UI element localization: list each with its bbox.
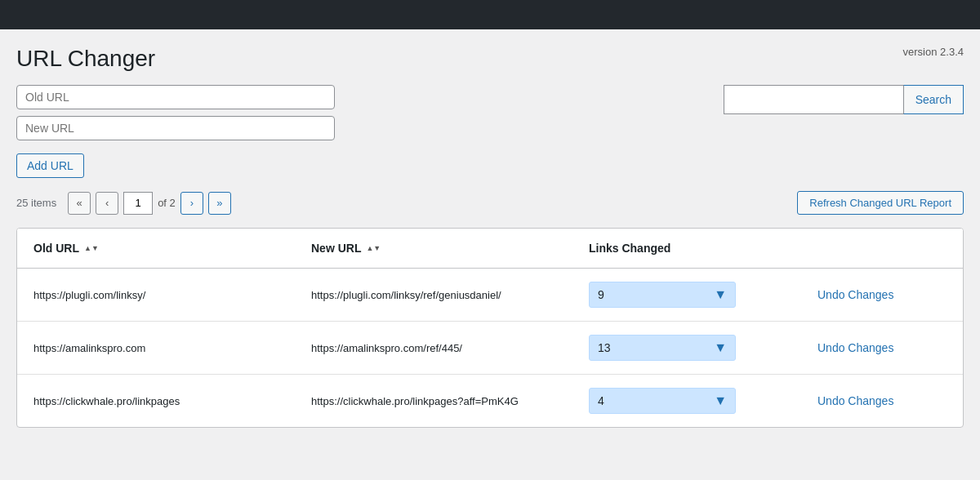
url-table-container: Old URL ▲▼ New URL ▲▼ Links Changed xyxy=(16,228,964,428)
url-table: Old URL ▲▼ New URL ▲▼ Links Changed xyxy=(17,229,963,427)
col-header-new-url: New URL ▲▼ xyxy=(295,229,572,269)
old-url-input[interactable] xyxy=(16,85,335,109)
links-badge: 4 ▼ xyxy=(589,388,736,414)
dropdown-arrow-icon[interactable]: ▼ xyxy=(714,340,727,355)
col-header-actions xyxy=(801,229,963,269)
table-row: https://amalinkspro.com https://amalinks… xyxy=(17,322,963,375)
next-page-button[interactable]: › xyxy=(180,192,203,215)
add-url-button[interactable]: Add URL xyxy=(16,153,84,178)
undo-changes-button[interactable]: Undo Changes xyxy=(817,288,893,301)
table-row: https://clickwhale.pro/linkpages https:/… xyxy=(17,375,963,428)
links-changed-cell: 13 ▼ xyxy=(572,322,801,375)
table-row: https://plugli.com/linksy/ https://plugl… xyxy=(17,269,963,322)
old-url-cell: https://amalinkspro.com xyxy=(17,322,295,375)
new-url-input[interactable] xyxy=(16,116,335,140)
undo-changes-button[interactable]: Undo Changes xyxy=(817,394,893,407)
refresh-button[interactable]: Refresh Changed URL Report xyxy=(797,191,964,215)
action-cell: Undo Changes xyxy=(801,375,963,428)
url-inputs-container xyxy=(16,85,335,140)
new-url-cell: https://plugli.com/linksy/ref/geniusdani… xyxy=(295,269,572,322)
pagination: 25 items « ‹ of 2 › » xyxy=(16,192,231,215)
links-badge: 13 ▼ xyxy=(589,335,736,361)
page-of-text: of 2 xyxy=(158,197,176,209)
sort-arrows-old-url[interactable]: ▲▼ xyxy=(84,244,99,252)
prev-page-button[interactable]: ‹ xyxy=(96,192,118,215)
undo-changes-button[interactable]: Undo Changes xyxy=(817,341,893,354)
links-changed-cell: 9 ▼ xyxy=(572,269,801,322)
new-url-cell: https://amalinkspro.com/ref/445/ xyxy=(295,322,572,375)
old-url-cell: https://clickwhale.pro/linkpages xyxy=(17,375,295,428)
col-header-old-url: Old URL ▲▼ xyxy=(17,229,295,269)
col-header-links-changed: Links Changed xyxy=(572,229,801,269)
sort-arrows-new-url[interactable]: ▲▼ xyxy=(366,244,381,252)
links-count: 13 xyxy=(598,341,611,354)
first-page-button[interactable]: « xyxy=(68,192,91,215)
action-cell: Undo Changes xyxy=(801,322,963,375)
dropdown-arrow-icon[interactable]: ▼ xyxy=(714,287,727,302)
version-text: version 2.3.4 xyxy=(903,46,964,58)
links-count: 9 xyxy=(598,288,604,301)
page-title: URL Changer xyxy=(16,46,155,72)
search-input[interactable] xyxy=(724,85,903,114)
links-badge: 9 ▼ xyxy=(589,282,736,308)
links-count: 4 xyxy=(598,394,604,407)
links-changed-cell: 4 ▼ xyxy=(572,375,801,428)
new-url-cell: https://clickwhale.pro/linkpages?aff=PmK… xyxy=(295,375,572,428)
page-number-input[interactable] xyxy=(123,192,153,215)
search-button[interactable]: Search xyxy=(903,85,964,114)
items-count: 25 items xyxy=(16,197,56,209)
dropdown-arrow-icon[interactable]: ▼ xyxy=(714,393,727,408)
last-page-button[interactable]: » xyxy=(208,192,231,215)
old-url-cell: https://plugli.com/linksy/ xyxy=(17,269,295,322)
search-area: Search xyxy=(724,85,964,114)
action-cell: Undo Changes xyxy=(801,269,963,322)
